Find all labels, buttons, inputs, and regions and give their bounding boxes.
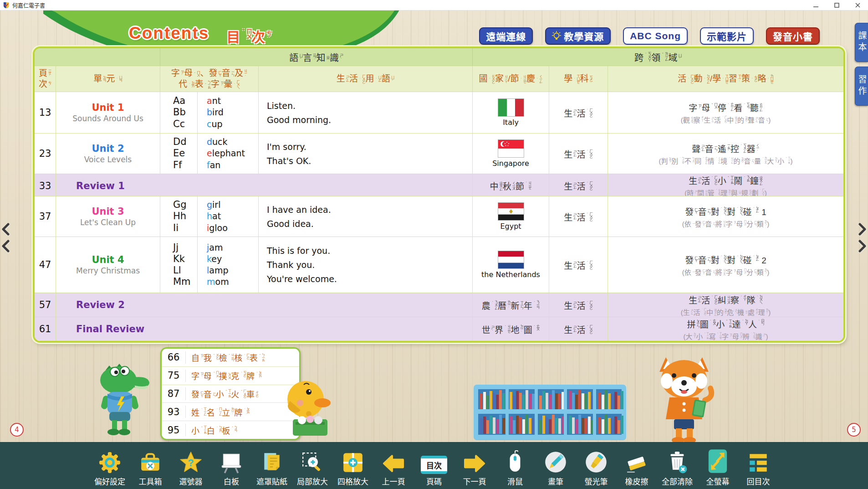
maximize-button[interactable]	[826, 0, 847, 10]
unit-subtitle: Sounds Around Us	[72, 114, 143, 123]
activity-title: 字ㄗˋ母ㄇㄨˇ停ㄊㄧㄥˊ看ㄎㄢˋ聽ㄊㄧㄥ	[689, 101, 763, 113]
page-cell: 47	[35, 237, 56, 293]
subject-cell: 生ㄕㄥ活ㄏㄨㄛˊ	[549, 237, 608, 293]
activity-cell: 生ㄕㄥ活ㄏㄨㄛˊ小ㄒㄧㄠˇ鬧ㄋㄠˋ鐘ㄓㄨㄥ (時ㄕˊ間ㄐㄧㄢ管ㄍㄨㄢˇ理ㄌㄧˇ與…	[608, 174, 843, 197]
unit-cell: Unit 2 Voice Levels	[56, 134, 160, 174]
toolbar-item-mouse[interactable]: 滑鼠	[499, 449, 531, 487]
page-nav-left[interactable]	[0, 222, 10, 253]
toolbar-item-highlighter[interactable]: 螢光筆	[580, 449, 613, 487]
column-header-activity: 活ㄏㄨㄛˊ動ㄉㄨㄥˋ/學ㄒㄩㄝˊ習ㄒㄧˊ策ㄘㄜˋ略ㄌㄩㄝˋ	[608, 66, 843, 92]
unit-label: Unit 4	[92, 254, 124, 265]
toolbar-item-eraser[interactable]: 橡皮擦	[620, 449, 653, 487]
trash-clear-icon	[666, 449, 689, 474]
words-cell: antbirdcup	[198, 92, 259, 133]
highlighter-icon	[584, 449, 608, 474]
page-number-box: 目次	[421, 456, 447, 474]
toolbar-item-pen[interactable]: 畫筆	[539, 449, 572, 487]
arrow-left-icon	[382, 449, 405, 474]
top-button-remote[interactable]: 遠端連線	[479, 27, 533, 45]
unit-label: Unit 2	[92, 143, 124, 154]
toolbar-item-toolbox[interactable]: 工具箱	[134, 449, 167, 487]
subject-cell: 生ㄕㄥ活ㄏㄨㄛˊ	[549, 196, 608, 237]
close-button[interactable]	[847, 0, 868, 10]
page-box-icon: 目次	[421, 449, 447, 474]
activity-note: (觀ㄍㄨㄢ察ㄔㄚˊ生ㄕㄥ活ㄏㄨㄛˊ中ㄓㄨㄥ的ㄉㄜ˙聲ㄕㄥ音ㄧㄣ)	[681, 115, 771, 124]
activity-cell: 發ㄈㄚ音ㄧㄣ對ㄉㄨㄟˋ對ㄉㄨㄟˋ碰ㄆㄥˋ 2 (依ㄧ發ㄈㄚ音ㄧㄣ將ㄐㄧㄤ字ㄗˋ母…	[608, 237, 843, 293]
extras-item-93[interactable]: 93 姓ㄒㄧㄥˋ名ㄇㄧㄥˊ立ㄌㄧˋ牌ㄆㄞˊ	[162, 403, 299, 421]
side-tab-workbook[interactable]: 習作	[855, 67, 868, 106]
activity-cell: 拼ㄆㄧㄣ圖ㄊㄨˊ小ㄒㄧㄠˇ達ㄉㄚˊ人ㄖㄣˊ (大ㄉㄚˋ小ㄒㄧㄠˇ寫ㄒㄧㄝˇ字ㄗˋ…	[608, 317, 843, 341]
top-button-demo-video[interactable]: 示範影片	[700, 27, 754, 45]
egypt-flag-icon	[498, 202, 524, 221]
letters-cell: DdEeFf	[160, 134, 198, 174]
page-nav-right[interactable]	[858, 222, 868, 253]
extras-item-87[interactable]: 87 發ㄈㄚ音ㄧㄣ小ㄒㄧㄠˇ火ㄏㄨㄛˇ車ㄔㄜ	[162, 385, 299, 403]
toolbar-item-zoom-quad[interactable]: 四格放大	[337, 449, 369, 487]
toolbar-item-label: 畫筆	[548, 475, 563, 487]
whiteboard-icon	[220, 449, 243, 474]
toolbar-item-zoom-partial[interactable]: 局部放大	[296, 449, 329, 487]
side-tab-textbook[interactable]: 課本	[855, 23, 868, 62]
activity-title: 發ㄈㄚ音ㄧㄣ對ㄉㄨㄟˋ對ㄉㄨㄟˋ碰ㄆㄥˋ 1	[685, 205, 766, 217]
chevron-right-icon	[858, 222, 868, 236]
toolbar-item-label: 選號器	[179, 475, 203, 487]
toolbar-item-fullscreen[interactable]: 全螢幕	[701, 449, 734, 487]
top-button-label: 教學資源	[564, 29, 604, 43]
page-canvas: Contents 目ㄇㄨˋ次ㄘˋ 遠端連線教學資源ABC Song示範影片發音小…	[0, 10, 868, 445]
toolbar-item-trash-clear[interactable]: 全部清除	[661, 449, 694, 487]
extras-title: 字ㄗˋ母ㄇㄨˇ撲ㄆㄨ克ㄎㄜˋ牌ㄆㄞˊ	[186, 370, 262, 381]
chevron-right-icon	[858, 239, 868, 253]
extras-page-number: 95	[162, 425, 185, 436]
activity-title: 拼ㄆㄧㄣ圖ㄊㄨˊ小ㄒㄧㄠˇ達ㄉㄚˊ人ㄖㄣˊ	[687, 318, 765, 330]
extras-item-66[interactable]: 66 自ㄗˋ我ㄨㄛˇ檢ㄐㄧㄢˇ核ㄏㄜˊ表ㄅㄧㄠˇ	[162, 349, 299, 367]
app-logo-icon	[3, 2, 10, 9]
extras-page-number: 66	[162, 352, 185, 363]
toolbar-item-arrow-right[interactable]: 下一頁	[458, 449, 491, 487]
toc-row-unit-p23[interactable]: 23 Unit 2 Voice Levels DdEeFf duckelepha…	[35, 133, 843, 174]
page-cell: 33	[35, 174, 56, 197]
gear-icon	[98, 449, 121, 474]
activity-title: 生ㄕㄥ活ㄏㄨㄛˊ小ㄒㄧㄠˇ鬧ㄋㄠˋ鐘ㄓㄨㄥ	[689, 174, 763, 186]
activity-cell: 發ㄈㄚ音ㄧㄣ對ㄉㄨㄟˋ對ㄉㄨㄟˋ碰ㄆㄥˋ 1 (依ㄧ發ㄈㄚ音ㄧㄣ將ㄐㄧㄤ字ㄗˋ母…	[608, 196, 843, 237]
toc-row-review-p33[interactable]: 33 Review 1 中ㄓㄨㄥ秋ㄑㄧㄡ節ㄐㄧㄝˊ生ㄕㄥ活ㄏㄨㄛˊ 生ㄕㄥ活ㄏㄨ…	[35, 174, 843, 196]
extras-item-75[interactable]: 75 字ㄗˋ母ㄇㄨˇ撲ㄆㄨ克ㄎㄜˋ牌ㄆㄞˊ	[162, 367, 299, 385]
top-button-resources[interactable]: 教學資源	[545, 27, 611, 45]
extras-page-number: 93	[162, 407, 185, 417]
toolbar-item-sticky-notes[interactable]: 遮罩貼紙	[255, 449, 288, 487]
toolbar-item-whiteboard[interactable]: 白板	[215, 449, 248, 487]
top-button-abc-song[interactable]: ABC Song	[623, 27, 688, 45]
zoom-quad-icon	[342, 449, 364, 474]
toc-row-unit-p47[interactable]: 47 Unit 4 Merry Christmas JjKkLlMm jamke…	[35, 237, 843, 293]
column-header-country: 國ㄍㄨㄛˊ家ㄐㄧㄚ/節ㄐㄧㄝˊ慶ㄑㄧㄥˋ	[473, 66, 549, 92]
top-button-phonics-book[interactable]: 發音小書	[766, 27, 820, 45]
page-cell: 23	[35, 134, 56, 174]
toolbar-item-label: 工具箱	[139, 475, 162, 487]
toolbar-item-gear[interactable]: 偏好設定	[93, 449, 126, 487]
activity-note: (生ㄕㄥ活ㄏㄨㄛˊ中ㄓㄨㄥ的ㄉㄜ˙危ㄨㄟˊ機ㄐㄧ處ㄔㄨˇ理ㄌㄧˇ)	[681, 307, 771, 317]
minimize-button[interactable]	[805, 0, 826, 10]
star-question-icon: ?	[179, 449, 203, 474]
toc-row-unit-p13[interactable]: 13 Unit 1 Sounds Around Us AaBbCc antbir…	[35, 92, 843, 133]
toc-row-review-p61[interactable]: 61 Final Review 世ㄕˋ界ㄐㄧㄝˋ地ㄉㄧˋ圖ㄊㄨˊ生ㄕㄥ活ㄏㄨㄛˊ…	[35, 317, 843, 341]
toolbar-item-star-question[interactable]: ? 選號器	[174, 449, 207, 487]
toolbar-item-arrow-left[interactable]: 上一頁	[377, 449, 410, 487]
toolbar-item-list-back[interactable]: 回目次	[742, 449, 775, 487]
extras-item-95[interactable]: 95 小ㄒㄧㄠˇ白ㄅㄞˊ板ㄅㄢˇ	[162, 421, 299, 439]
group-header-cross-domain: 跨ㄎㄨㄚˋ領ㄌㄧㄥˇ域ㄩˋ	[473, 48, 843, 66]
group-header-empty	[35, 48, 160, 66]
country-label: 中ㄓㄨㄥ秋ㄑㄧㄡ節ㄐㄧㄝˊ	[490, 180, 532, 192]
eraser-icon	[625, 449, 648, 474]
table-column-header-row: 頁ㄧㄝˋ次ㄘˋ 單ㄉㄢ元ㄩㄢˊ 字ㄗˋ母ㄇㄨˇ、發ㄈㄚ音ㄧㄣ及ㄐㄧˊ代ㄉㄞˋ表ㄅ…	[35, 66, 843, 92]
extras-title: 自ㄗˋ我ㄨㄛˇ檢ㄐㄧㄢˇ核ㄏㄜˊ表ㄅㄧㄠˇ	[186, 351, 265, 363]
toc-row-review-p57[interactable]: 57 Review 2 農ㄋㄨㄥˊ曆ㄌㄧˋ新ㄒㄧㄣ年ㄋㄧㄢˊ生ㄕㄥ活ㄏㄨㄛˊ 生…	[35, 293, 843, 317]
bulb-icon	[552, 31, 561, 41]
review-cell: Final Review	[56, 317, 473, 341]
contents-title: Contents	[129, 24, 209, 43]
page-cell: 13	[35, 92, 56, 133]
toc-row-unit-p37[interactable]: 37 Unit 3 Let's Clean Up GgHhIi girlhati…	[35, 196, 843, 237]
country-label: 世ㄕˋ界ㄐㄧㄝˋ地ㄉㄧˋ圖ㄊㄨˊ	[482, 323, 540, 335]
extras-title: 小ㄒㄧㄠˇ白ㄅㄞˊ板ㄅㄢˇ	[186, 424, 237, 436]
top-button-label: 發音小書	[773, 29, 813, 43]
toolbar-item-page-box[interactable]: 目次 頁碼	[418, 449, 450, 487]
dog-mascot	[646, 353, 722, 447]
